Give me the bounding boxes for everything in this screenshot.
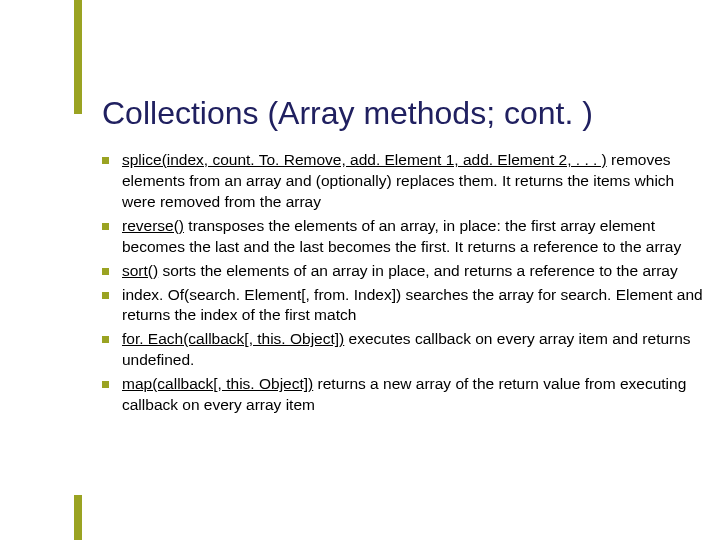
- list-item: index. Of(search. Element[, from. Index]…: [102, 285, 710, 327]
- accent-bar-top: [74, 0, 82, 114]
- method-signature: reverse(): [122, 217, 184, 234]
- method-signature: splice(index, count. To. Remove, add. El…: [122, 151, 607, 168]
- accent-bar-bottom: [74, 495, 82, 540]
- list-item: sort() sorts the elements of an array in…: [102, 261, 710, 282]
- list-item: map(callback[, this. Object]) returns a …: [102, 374, 710, 416]
- method-signature: index. Of(search. Element[, from. Index]…: [122, 286, 401, 303]
- slide-body: splice(index, count. To. Remove, add. El…: [102, 150, 710, 419]
- method-signature: for. Each(callback[, this. Object]): [122, 330, 344, 347]
- slide: Collections (Array methods; cont. ) spli…: [0, 0, 720, 540]
- list-item: reverse() transposes the elements of an …: [102, 216, 710, 258]
- method-signature: sort(): [122, 262, 158, 279]
- method-description: transposes the elements of an array, in …: [122, 217, 681, 255]
- method-signature: map(callback[, this. Object]): [122, 375, 313, 392]
- method-description: sorts the elements of an array in place,…: [162, 262, 677, 279]
- bullet-list: splice(index, count. To. Remove, add. El…: [102, 150, 710, 416]
- list-item: for. Each(callback[, this. Object]) exec…: [102, 329, 710, 371]
- slide-title: Collections (Array methods; cont. ): [102, 95, 593, 132]
- list-item: splice(index, count. To. Remove, add. El…: [102, 150, 710, 213]
